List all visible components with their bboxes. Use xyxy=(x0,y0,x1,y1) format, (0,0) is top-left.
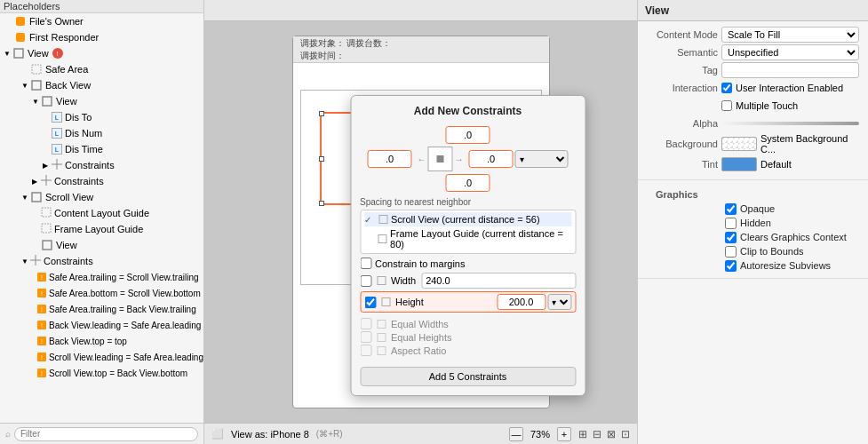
autoresize-checkbox[interactable] xyxy=(725,260,737,272)
semantic-select[interactable]: Unspecified xyxy=(721,44,859,60)
tree-item-constraints-root[interactable]: ▼ Constraints xyxy=(0,253,203,269)
tree-item-constraints-2[interactable]: ▶ Constraints xyxy=(0,173,203,189)
tree-item-first-responder[interactable]: First Responder xyxy=(0,29,203,45)
width-row: Width xyxy=(360,273,576,289)
hidden-checkbox[interactable] xyxy=(725,218,737,229)
right-constraint-input[interactable] xyxy=(469,150,514,168)
device-icon: ⬜ xyxy=(211,428,224,440)
tree-item-c5[interactable]: ! Back View.top = top xyxy=(0,333,203,349)
zoom-out-button[interactable]: — xyxy=(509,427,523,441)
view-root-label: View xyxy=(28,48,49,59)
tag-input[interactable] xyxy=(721,62,859,78)
background-value: System Background C... xyxy=(760,133,859,155)
user-interaction-checkbox[interactable] xyxy=(721,83,732,93)
tree-item-safe-area[interactable]: Safe Area xyxy=(0,61,203,77)
l-icon-dis-time: L xyxy=(52,144,62,155)
footer-icon-2[interactable]: ⊟ xyxy=(593,428,601,440)
semantic-label: Semantic xyxy=(647,47,718,58)
opaque-checkbox[interactable] xyxy=(725,203,737,215)
expand-arrow-c2[interactable]: ▶ xyxy=(32,178,41,186)
app-container: Placeholders File's Owner First Responde… xyxy=(0,0,868,444)
alpha-slider[interactable] xyxy=(721,122,859,125)
equal-heights-checkbox[interactable] xyxy=(360,331,371,343)
top-constraint-input[interactable] xyxy=(446,126,490,144)
tree-item-c3[interactable]: ! Safe Area.trailing = Back View.trailin… xyxy=(0,301,203,317)
right-panel: View Content Mode Scale To Fill Semantic… xyxy=(637,0,868,444)
tree-item-scroll-view[interactable]: ▼ Scroll View xyxy=(0,189,203,205)
tree-item-view-child[interactable]: ▼ View xyxy=(0,93,203,109)
clears-graphics-checkbox[interactable] xyxy=(725,232,737,243)
clears-graphics-label: Clears Graphics Context xyxy=(740,232,847,242)
tree-item-view-root[interactable]: ▼ View ! xyxy=(0,45,203,61)
width-checkbox[interactable] xyxy=(360,275,371,287)
constraints-popup: Add New Constraints ← → xyxy=(350,95,585,396)
clip-bounds-checkbox[interactable] xyxy=(725,246,737,258)
tree-item-dis-to[interactable]: L Dis To xyxy=(0,109,203,125)
footer-icon-4[interactable]: ⊡ xyxy=(621,428,630,440)
svg-rect-11 xyxy=(42,208,51,217)
expand-arrow-back-view[interactable]: ▼ xyxy=(21,82,30,90)
footer-icon-1[interactable]: ⊞ xyxy=(578,428,587,440)
height-value-input[interactable] xyxy=(497,294,545,310)
aspect-ratio-checkbox[interactable] xyxy=(360,345,371,356)
sim-header-left: 调拨对象： 调拨台数： 调拨时间： xyxy=(300,37,392,62)
content-mode-select[interactable]: Scale To Fill xyxy=(721,27,859,43)
spacing-item-1[interactable]: ✓ Scroll View (current distance = 56) xyxy=(364,212,571,226)
tree-item-c4[interactable]: ! Back View.leading = Safe Area.leading xyxy=(0,317,203,333)
footer-shortcut: (⌘+R) xyxy=(316,429,343,439)
expand-arrow-view-child[interactable]: ▼ xyxy=(32,98,41,106)
expand-arrow-view-root[interactable]: ▼ xyxy=(4,50,12,58)
handle-tl[interactable] xyxy=(319,111,324,116)
constrain-margins-checkbox[interactable] xyxy=(360,258,371,269)
orange-warn-c4: ! xyxy=(37,321,46,329)
width-value-input[interactable] xyxy=(421,273,576,289)
checkmark-icon-1: ✓ xyxy=(364,215,375,225)
background-color-well[interactable] xyxy=(721,137,757,151)
tree-item-c1[interactable]: ! Safe Area.trailing = Scroll View.trail… xyxy=(0,269,203,285)
tree-item-view-scroll[interactable]: View xyxy=(0,237,203,253)
expand-arrow-scroll[interactable]: ▼ xyxy=(21,194,30,202)
expand-arrow-c1[interactable]: ▶ xyxy=(43,162,52,170)
tree-item-content-layout[interactable]: Content Layout Guide xyxy=(0,205,203,221)
filter-input[interactable] xyxy=(14,427,198,441)
tree-item-constraints-1[interactable]: ▶ Constraints xyxy=(0,157,203,173)
tree-item-files-owner[interactable]: File's Owner xyxy=(0,13,203,29)
tree-item-dis-num[interactable]: L Dis Num xyxy=(0,125,203,141)
error-badge: ! xyxy=(52,48,63,59)
files-owner-label: File's Owner xyxy=(29,16,84,27)
equal-heights-icon xyxy=(377,333,386,342)
left-constraint-input[interactable] xyxy=(368,150,412,168)
tag-label: Tag xyxy=(647,65,718,75)
constraints-root-label: Constraints xyxy=(44,256,93,266)
clears-graphics-row: Clears Graphics Context xyxy=(725,230,859,244)
back-view-label: Back View xyxy=(45,80,91,91)
hidden-label: Hidden xyxy=(740,218,771,228)
tree-item-back-view[interactable]: ▼ Back View xyxy=(0,77,203,93)
tint-color-well[interactable] xyxy=(721,157,757,171)
footer-icons: ⊞ ⊟ ⊠ ⊡ xyxy=(578,428,630,440)
tree-item-frame-layout[interactable]: Frame Layout Guide xyxy=(0,221,203,237)
height-checkbox[interactable] xyxy=(364,297,376,308)
constrain-margins-label: Constrain to margins xyxy=(375,258,466,269)
handle-ml[interactable] xyxy=(319,156,324,162)
tree-item-c2[interactable]: ! Safe Area.bottom = Scroll View.bottom xyxy=(0,285,203,301)
zoom-in-button[interactable]: + xyxy=(557,427,571,441)
handle-bl[interactable] xyxy=(319,201,324,206)
dis-time-label: Dis Time xyxy=(65,144,103,155)
popup-title: Add New Constraints xyxy=(360,105,576,117)
tree-item-dis-time[interactable]: L Dis Time xyxy=(0,141,203,157)
expand-arrow-cr[interactable]: ▼ xyxy=(21,258,30,266)
equal-widths-checkbox[interactable] xyxy=(360,318,371,329)
add-constraints-button[interactable]: Add 5 Constraints xyxy=(360,367,576,386)
footer-icon-3[interactable]: ⊠ xyxy=(607,428,616,440)
tree-item-c6[interactable]: ! Scroll View.leading = Safe Area.leadin… xyxy=(0,349,203,365)
bottom-constraint-input[interactable] xyxy=(446,174,490,192)
canvas-area: 调拨对象： 调拨台数： 调拨时间： xyxy=(204,21,637,423)
right-constraint-dropdown[interactable]: ▾ xyxy=(515,150,569,168)
height-dropdown[interactable]: ▾ xyxy=(547,294,571,310)
l-icon-dis-to: L xyxy=(52,112,62,123)
multiple-touch-checkbox[interactable] xyxy=(721,100,732,111)
tree-item-c7[interactable]: ! Scroll View.top = Back View.bottom xyxy=(0,365,203,381)
spacing-item-2[interactable]: ✓ Frame Layout Guide (current distance =… xyxy=(364,226,571,251)
alpha-label: Alpha xyxy=(647,118,718,129)
